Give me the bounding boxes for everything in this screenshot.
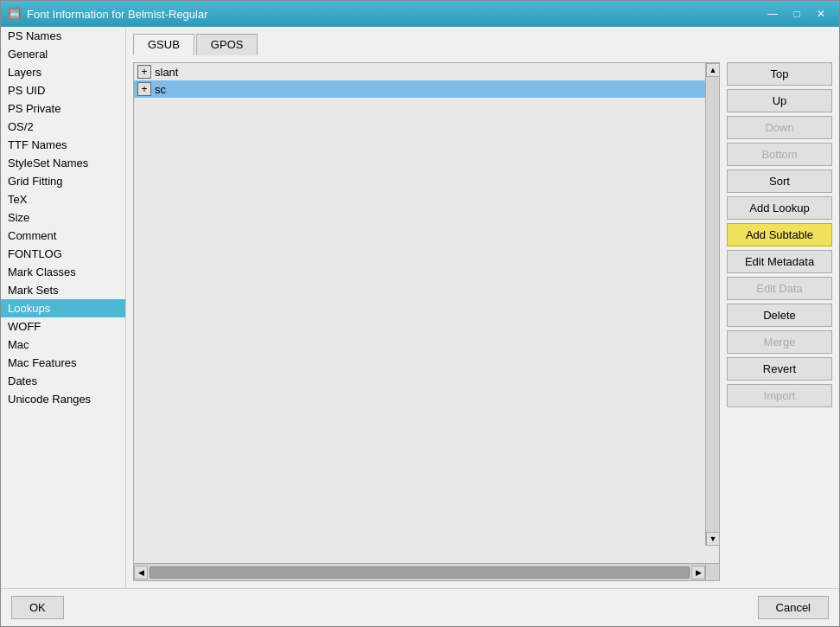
sidebar-item-mac[interactable]: Mac — [1, 336, 125, 354]
sort-button[interactable]: Sort — [727, 170, 832, 193]
ok-button[interactable]: OK — [11, 596, 64, 619]
scrollbar-corner — [705, 563, 719, 580]
scroll-thumb-h[interactable] — [150, 566, 690, 579]
up-button[interactable]: Up — [727, 89, 832, 112]
edit-metadata-button[interactable]: Edit Metadata — [727, 250, 832, 273]
lookup-row-slant[interactable]: + slant — [134, 63, 705, 80]
sidebar-item-unicode-ranges[interactable]: Unicode Ranges — [1, 390, 125, 408]
titlebar-left: 🔤 Font Information for Belmist-Regular — [8, 7, 208, 21]
scroll-track-v — [706, 77, 719, 532]
tab-gsub[interactable]: GSUB — [133, 34, 194, 55]
maximize-button[interactable]: □ — [786, 5, 808, 22]
close-button[interactable]: ✕ — [810, 5, 832, 22]
expand-sc[interactable]: + — [137, 82, 151, 96]
down-button[interactable]: Down — [727, 116, 832, 139]
merge-button[interactable]: Merge — [727, 330, 832, 354]
sidebar-item-ps-names[interactable]: PS Names — [1, 27, 125, 45]
sidebar-item-mark-classes[interactable]: Mark Classes — [1, 263, 125, 281]
horizontal-scrollbar[interactable]: ◀ ▶ — [134, 563, 705, 580]
scroll-up-arrow[interactable]: ▲ — [706, 63, 719, 77]
titlebar-controls: — □ ✕ — [761, 5, 832, 22]
scroll-down-arrow[interactable]: ▼ — [706, 532, 719, 546]
app-icon: 🔤 — [8, 7, 22, 21]
sidebar-item-comment[interactable]: Comment — [1, 227, 125, 245]
content-area: PS Names General Layers PS UID PS Privat… — [1, 27, 839, 588]
main-panel: GSUB GPOS + slant — [126, 27, 839, 588]
minimize-button[interactable]: — — [761, 5, 784, 22]
sidebar-item-size[interactable]: Size — [1, 208, 125, 227]
main-window: 🔤 Font Information for Belmist-Regular —… — [0, 0, 840, 627]
titlebar: 🔤 Font Information for Belmist-Regular —… — [1, 1, 839, 27]
sidebar-item-styleset-names[interactable]: StyleSet Names — [1, 154, 125, 172]
delete-button[interactable]: Delete — [727, 304, 832, 327]
add-lookup-button[interactable]: Add Lookup — [727, 196, 832, 220]
sidebar-item-ps-private[interactable]: PS Private — [1, 99, 125, 118]
sidebar-item-layers[interactable]: Layers — [1, 63, 125, 81]
window-title: Font Information for Belmist-Regular — [27, 8, 208, 21]
sidebar-item-general[interactable]: General — [1, 45, 125, 63]
cancel-button[interactable]: Cancel — [758, 596, 829, 619]
lookup-name-slant: slant — [155, 66, 178, 79]
sidebar: PS Names General Layers PS UID PS Privat… — [1, 27, 126, 588]
sidebar-item-mark-sets[interactable]: Mark Sets — [1, 281, 125, 299]
sidebar-item-woff[interactable]: WOFF — [1, 317, 125, 336]
action-panel: Top Up Down Bottom Sort Add Lookup Add S… — [720, 62, 832, 581]
sidebar-item-dates[interactable]: Dates — [1, 372, 125, 390]
scroll-right-arrow[interactable]: ▶ — [691, 566, 705, 579]
expand-slant[interactable]: + — [137, 65, 151, 79]
sidebar-item-fontlog[interactable]: FONTLOG — [1, 245, 125, 263]
revert-button[interactable]: Revert — [727, 357, 832, 381]
scroll-left-arrow[interactable]: ◀ — [134, 566, 148, 579]
sidebar-item-tex[interactable]: TeX — [1, 190, 125, 208]
lookup-row-sc[interactable]: + sc — [134, 80, 705, 98]
sidebar-item-ps-uid[interactable]: PS UID — [1, 81, 125, 99]
sidebar-item-grid-fitting[interactable]: Grid Fitting — [1, 172, 125, 190]
edit-data-button[interactable]: Edit Data — [727, 277, 832, 300]
lookup-list: + slant + sc ▲ — [133, 62, 720, 581]
tab-gpos[interactable]: GPOS — [196, 34, 258, 55]
import-button[interactable]: Import — [727, 384, 832, 407]
sidebar-item-mac-features[interactable]: Mac Features — [1, 354, 125, 372]
footer: OK Cancel — [1, 588, 839, 626]
add-subtable-button[interactable]: Add Subtable — [727, 223, 832, 246]
top-button[interactable]: Top — [727, 62, 832, 86]
sidebar-item-lookups[interactable]: Lookups — [1, 299, 125, 317]
lookup-name-sc: sc — [155, 83, 166, 96]
bottom-button[interactable]: Bottom — [727, 143, 832, 166]
sidebar-item-ttf-names[interactable]: TTF Names — [1, 136, 125, 154]
vertical-scrollbar[interactable]: ▲ ▼ — [705, 63, 719, 546]
tab-bar: GSUB GPOS — [133, 34, 832, 55]
sidebar-item-os2[interactable]: OS/2 — [1, 118, 125, 136]
